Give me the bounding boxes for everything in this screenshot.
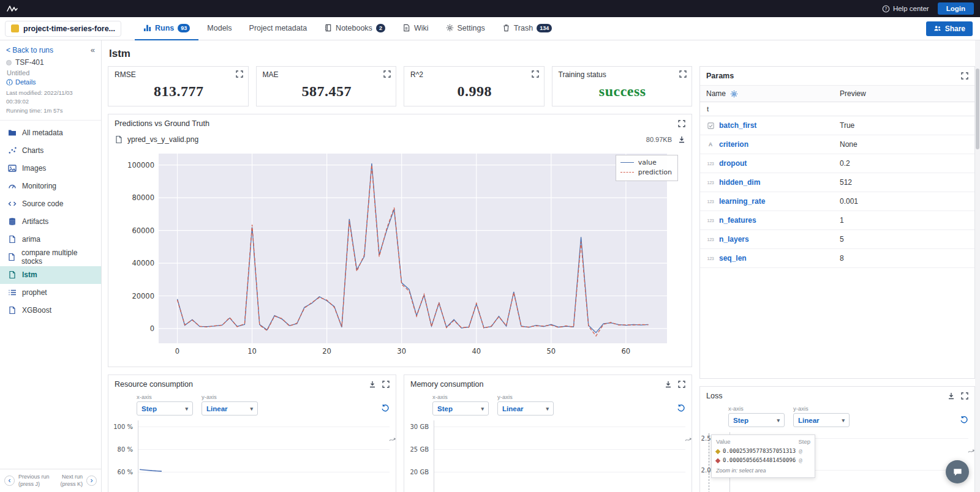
param-link[interactable]: batch_first [719,121,756,130]
predictions-chart[interactable]: 0200004000060000800001000000102030405060… [111,149,687,363]
svg-text:60000: 60000 [132,226,154,235]
expand-icon[interactable] [678,120,685,127]
loss-chart[interactable]: 2.50e-42.00e-4 ValueStep 0.0002539577835… [700,432,974,492]
expand-icon[interactable] [532,70,539,78]
folder-icon [7,129,17,137]
pan-zoom-icon [685,436,692,445]
sidebar-item-xgboost[interactable]: XGBoost [0,302,101,319]
sidebar-item-artifacts[interactable]: Artifacts [0,213,101,231]
params-title: Params [706,72,734,80]
details-link[interactable]: Details [6,78,95,86]
tab-project-metadata[interactable]: Project metadata [241,17,316,40]
file-icon [7,253,16,261]
expand-icon[interactable] [678,381,685,388]
pan-zoom-icon [968,448,974,457]
param-link[interactable]: seq_len [719,254,747,263]
y-axis-select[interactable]: Linear▾ [497,401,554,416]
wiki-icon [402,24,410,32]
string-type-icon: A [706,141,715,147]
x-axis-select[interactable]: Step▾ [137,401,193,416]
last-modified: Last modified: 2022/11/03 00:39:02 [6,89,95,106]
sidebar-item-lstm[interactable]: lstm [0,266,101,284]
number-type-icon: 123 [706,237,715,242]
reset-zoom-icon[interactable] [960,416,968,424]
tab-trash[interactable]: Trash134 [494,17,561,40]
share-button[interactable]: Share [926,21,973,36]
svg-text:30: 30 [397,347,406,356]
memory-panel: Memory consumption x-axis Step▾ y-axis L… [404,375,692,492]
sidebar: < Back to runs « TSF-401 Untitled Detail… [0,40,102,492]
download-icon[interactable] [369,381,376,388]
sidebar-item-all-metadata[interactable]: All metadata [0,124,101,142]
number-type-icon: 123 [706,256,715,261]
download-icon[interactable] [948,392,955,400]
reset-zoom-icon[interactable] [381,404,390,412]
sidebar-item-compare-multiple-stocks[interactable]: compare multiple stocks [0,248,101,266]
param-row-hidden_dim: 123hidden_dim 512 [700,173,974,192]
panel-title: Resource consumption [115,380,193,389]
tab-count-badge: 134 [537,24,552,32]
param-link[interactable]: hidden_dim [719,178,760,187]
sidebar-item-monitoring[interactable]: Monitoring [0,177,101,195]
tab-wiki[interactable]: Wiki [394,17,437,40]
tab-models[interactable]: Models [198,17,240,40]
sidebar-item-images[interactable]: Images [0,160,101,177]
reset-zoom-icon[interactable] [677,404,685,412]
expand-icon[interactable] [679,70,687,78]
sidebar-item-prophet[interactable]: prophet [0,284,101,302]
neptune-logo-icon[interactable] [6,4,20,13]
project-selector[interactable]: project-time-series-fore... [5,21,121,37]
download-icon[interactable] [678,136,685,143]
project-bar: project-time-series-fore... Runs93Models… [0,17,980,40]
tab-runs[interactable]: Runs93 [135,17,198,40]
svg-text:0: 0 [150,324,154,333]
sidebar-item-source-code[interactable]: Source code [0,195,101,213]
param-link[interactable]: n_features [719,216,756,225]
collapse-sidebar-button[interactable]: « [91,45,95,54]
x-axis-select[interactable]: Step▾ [728,413,785,427]
chart-tooltip: ValueStep 0.00025395778357051313@ 0.0000… [711,434,815,478]
gear-icon [446,24,454,32]
back-to-runs-link[interactable]: < Back to runs [6,46,53,54]
y-axis-select[interactable]: Linear▾ [793,413,850,427]
expand-icon[interactable] [961,392,968,400]
chat-widget-button[interactable] [946,460,969,483]
predictions-panel: Predictions vs Ground Truth ypred_vs_y_v… [108,114,692,367]
login-button[interactable]: Login [938,2,974,15]
x-axis-select[interactable]: Step▾ [432,401,489,416]
metric-cards: RMSE 813.777 MAE 587.457 R^2 0.998 Train… [108,66,692,106]
download-icon[interactable] [665,381,672,388]
chart-legend: value prediction [616,155,678,181]
expand-icon[interactable] [383,70,391,78]
notebook-icon [324,24,332,32]
param-link[interactable]: learning_rate [719,197,765,206]
predictions-title: Predictions vs Ground Truth [115,119,209,128]
loss-panel: Loss x-axis Step▾ y-axis Linear▾ 2.50e-4… [699,386,975,492]
memory-chart[interactable]: 30 GB25 GB20 GB [404,420,692,492]
params-filter-input[interactable] [700,105,829,113]
previous-run-button[interactable]: ‹ Previous run (press J) [4,474,50,488]
page-title: lstm [109,48,975,60]
expand-icon[interactable] [236,70,243,78]
param-link[interactable]: criterion [719,140,748,149]
expand-icon[interactable] [382,381,390,388]
resource-chart[interactable]: 100 %80 %60 % [108,420,396,492]
svg-text:20: 20 [322,347,331,356]
page-scrollbar[interactable] [975,40,980,492]
param-row-n_features: 123n_features 1 [700,211,974,230]
help-center-link[interactable]: ? Help center [882,5,929,13]
tab-notebooks[interactable]: Notebooks2 [315,17,394,40]
tab-settings[interactable]: Settings [437,17,494,40]
sidebar-item-charts[interactable]: Charts [0,142,101,160]
scrollbar-thumb[interactable] [976,69,979,149]
run-status-dot [6,60,12,65]
sidebar-item-arima[interactable]: arima [0,231,101,248]
expand-icon[interactable] [961,72,968,80]
svg-text:60: 60 [622,347,631,356]
y-axis-select[interactable]: Linear▾ [202,401,258,416]
next-run-button[interactable]: Next run (press K) › [60,474,97,488]
column-settings-gear-icon[interactable] [730,90,738,98]
param-link[interactable]: n_layers [719,235,749,244]
param-link[interactable]: dropout [719,159,747,168]
image-icon [7,164,17,173]
